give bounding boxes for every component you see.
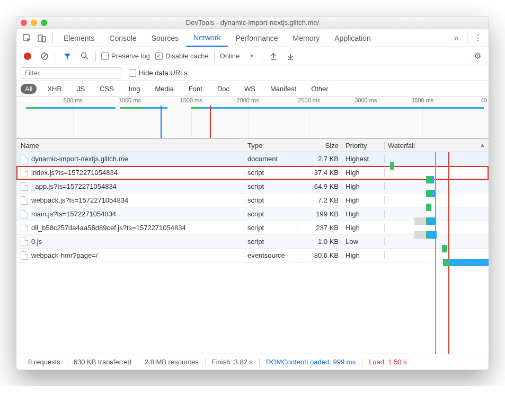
- hide-data-urls-toggle[interactable]: Hide data URLs: [129, 69, 188, 77]
- request-name: main.js?ts=1572271054834: [31, 210, 116, 218]
- preserve-log-toggle[interactable]: Preserve log: [101, 52, 150, 60]
- window-close-button[interactable]: [21, 20, 27, 26]
- type-filter-other[interactable]: Other: [307, 84, 333, 94]
- inspect-element-icon[interactable]: [20, 31, 34, 46]
- request-size: 2.7 KB: [297, 155, 342, 163]
- disable-cache-toggle[interactable]: Disable cache: [155, 52, 209, 60]
- request-priority: Low: [342, 238, 385, 246]
- traffic-lights: [21, 20, 47, 26]
- column-header-size[interactable]: Size: [297, 142, 342, 150]
- resource-type-filter: AllXHRJSCSSImgMediaFontDocWSManifestOthe…: [16, 81, 489, 97]
- panel-tab-sources[interactable]: Sources: [144, 29, 186, 47]
- request-row[interactable]: webpack-hmr?page=/eventsource80.6 KBHigh: [16, 249, 489, 262]
- type-filter-ws[interactable]: WS: [240, 84, 260, 94]
- preserve-log-label: Preserve log: [111, 52, 150, 60]
- search-button[interactable]: [78, 50, 90, 62]
- request-name: 0.js: [31, 238, 42, 246]
- panel-tab-performance[interactable]: Performance: [228, 29, 285, 47]
- type-filter-font[interactable]: Font: [184, 84, 207, 94]
- request-row[interactable]: _app.js?ts=1572271054834script64.9 KBHig…: [16, 180, 489, 194]
- svg-point-5: [81, 53, 86, 58]
- file-icon: [21, 155, 28, 163]
- panel-tabbar: ElementsConsoleSourcesNetworkPerformance…: [16, 29, 489, 47]
- panel-tab-network[interactable]: Network: [186, 29, 228, 47]
- export-har-icon[interactable]: [285, 50, 296, 62]
- request-priority: High: [342, 169, 385, 177]
- window-title: DevTools - dynamic-import-nextjs.glitch.…: [16, 19, 489, 27]
- request-priority: High: [342, 251, 385, 259]
- settings-gear-icon[interactable]: ⚙: [472, 50, 483, 62]
- disable-cache-label: Disable cache: [165, 52, 209, 60]
- request-name: webpack-hmr?page=/: [31, 251, 98, 259]
- request-row[interactable]: dynamic-import-nextjs.glitch.medocument2…: [16, 152, 489, 166]
- status-transferred: 630 KB transferred: [67, 358, 138, 366]
- timeline-tick: 1000 ms: [119, 97, 141, 103]
- request-type: script: [244, 238, 297, 246]
- file-icon: [21, 251, 28, 260]
- request-row[interactable]: index.js?ts=1572271054834script37.4 KBHi…: [16, 166, 489, 180]
- type-filter-xhr[interactable]: XHR: [43, 84, 66, 94]
- tabs-overflow-button[interactable]: »: [449, 31, 464, 46]
- window-minimize-button[interactable]: [31, 20, 37, 26]
- status-load: Load: 1.50 s: [362, 358, 413, 366]
- type-filter-doc[interactable]: Doc: [213, 84, 234, 94]
- request-row[interactable]: webpack.js?ts=1572271054834script7.2 KBH…: [16, 194, 489, 207]
- type-filter-css[interactable]: CSS: [95, 84, 118, 94]
- throttling-value: Online: [220, 52, 240, 60]
- type-filter-manifest[interactable]: Manifest: [266, 84, 300, 94]
- svg-line-6: [86, 57, 88, 59]
- type-filter-media[interactable]: Media: [150, 84, 178, 94]
- type-filter-all[interactable]: All: [21, 84, 37, 94]
- file-icon: [21, 182, 28, 191]
- timeline-overview[interactable]: 500 ms1000 ms1500 ms2000 ms2500 ms3000 m…: [16, 97, 489, 138]
- request-size: 80.6 KB: [297, 251, 342, 259]
- request-priority: High: [342, 196, 385, 204]
- file-icon: [21, 169, 28, 177]
- timeline-tick: 2000 ms: [236, 97, 259, 103]
- request-type: script: [244, 210, 297, 218]
- request-type: script: [244, 196, 297, 204]
- column-header-name[interactable]: Name: [16, 142, 244, 150]
- import-har-icon[interactable]: [268, 50, 279, 62]
- requests-header-row: Name Type Size Priority Waterfall▲: [16, 138, 489, 152]
- device-toolbar-icon[interactable]: [34, 31, 49, 46]
- request-priority: High: [342, 210, 385, 218]
- clear-button[interactable]: [39, 50, 50, 62]
- main-menu-button[interactable]: ⋮: [471, 31, 485, 46]
- window-zoom-button[interactable]: [41, 20, 47, 26]
- chevron-down-icon: ▼: [249, 53, 254, 59]
- filter-input[interactable]: [21, 67, 121, 79]
- requests-table: dynamic-import-nextjs.glitch.medocument2…: [16, 152, 489, 354]
- status-bar: 8 requests 630 KB transferred 2.8 MB res…: [16, 354, 489, 370]
- devtools-window: DevTools - dynamic-import-nextjs.glitch.…: [16, 16, 489, 370]
- timeline-tick: 3500 ms: [411, 97, 433, 103]
- file-icon: [21, 224, 28, 232]
- timeline-tick: 2500 ms: [298, 97, 320, 103]
- type-filter-img[interactable]: Img: [125, 84, 145, 94]
- request-name: dynamic-import-nextjs.glitch.me: [31, 155, 128, 163]
- status-resources: 2.8 MB resources: [138, 358, 206, 366]
- type-filter-js[interactable]: JS: [73, 84, 89, 94]
- timeline-tick: 40: [481, 97, 487, 103]
- panel-tab-memory[interactable]: Memory: [286, 29, 327, 47]
- request-size: 237 KB: [297, 224, 342, 232]
- status-finish: Finish: 3.82 s: [206, 358, 260, 366]
- request-size: 199 KB: [297, 210, 342, 218]
- column-header-type[interactable]: Type: [244, 142, 297, 150]
- request-row[interactable]: main.js?ts=1572271054834script199 KBHigh: [16, 207, 489, 221]
- request-type: script: [244, 169, 297, 177]
- network-toolbar: Preserve log Disable cache Online ▼ ⚙: [16, 47, 489, 65]
- filter-toggle-icon[interactable]: [61, 50, 73, 62]
- sort-asc-icon: ▲: [480, 142, 485, 148]
- column-header-waterfall[interactable]: Waterfall▲: [385, 142, 489, 150]
- column-header-priority[interactable]: Priority: [342, 142, 385, 150]
- request-name: index.js?ts=1572271054834: [31, 169, 118, 177]
- request-name: _app.js?ts=1572271054834: [31, 182, 117, 190]
- panel-tab-application[interactable]: Application: [327, 29, 378, 47]
- panel-tab-elements[interactable]: Elements: [56, 29, 102, 47]
- request-size: 7.2 KB: [297, 196, 342, 204]
- record-button[interactable]: [22, 50, 33, 62]
- panel-tab-console[interactable]: Console: [102, 29, 144, 47]
- hide-data-urls-label: Hide data URLs: [139, 69, 188, 77]
- throttling-select[interactable]: Online ▼: [220, 52, 256, 60]
